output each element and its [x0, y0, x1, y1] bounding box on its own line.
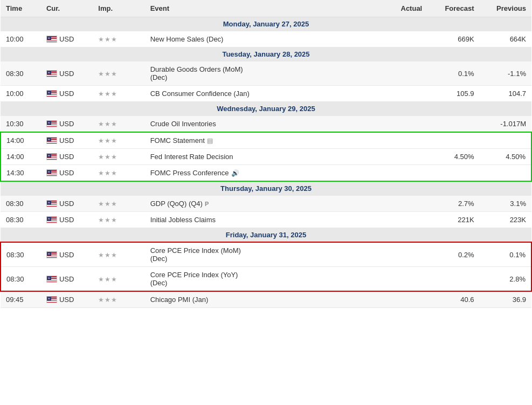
event-time: 08:30	[1, 196, 41, 212]
event-forecast: 40.6	[427, 291, 479, 308]
event-forecast: 105.9	[427, 86, 479, 102]
currency-label: USD	[59, 169, 74, 177]
event-actual	[387, 86, 427, 102]
currency-label: USD	[59, 70, 74, 78]
table-row: 09:45USD★★★Chicago PMI (Jan)40.636.9	[1, 291, 531, 308]
event-name: FOMC Press Conference🔊	[145, 165, 388, 182]
currency-label: USD	[59, 136, 74, 145]
event-name: Core PCE Price Index (YoY)(Dec)	[145, 267, 388, 292]
event-previous: 664K	[480, 31, 531, 47]
event-name: New Home Sales (Dec)	[145, 31, 388, 47]
importance-stars: ★★★	[98, 90, 118, 98]
event-name: CB Consumer Confidence (Jan)	[145, 86, 388, 102]
event-actual	[387, 116, 427, 133]
currency-label: USD	[59, 251, 74, 259]
us-flag-icon	[46, 296, 57, 303]
table-row: 08:30USD★★★GDP (QoQ) (Q4)P2.7%3.1%	[1, 196, 531, 212]
currency-label: USD	[59, 35, 74, 43]
us-flag-icon	[46, 276, 57, 283]
event-actual	[387, 196, 427, 212]
event-previous	[480, 165, 531, 182]
speaker-icon: 🔊	[231, 169, 239, 177]
col-header-actual: Actual	[387, 0, 427, 17]
event-forecast: 221K	[427, 212, 479, 228]
event-name: GDP (QoQ) (Q4)P	[145, 196, 388, 212]
event-time: 14:00	[1, 132, 41, 149]
section-header: Thursday, January 30, 2025	[1, 181, 531, 196]
event-currency: USD	[41, 61, 93, 86]
table-row: 10:30USD★★★Crude Oil Inventories-1.017M	[1, 116, 531, 133]
event-importance: ★★★	[93, 61, 144, 86]
table-row: 08:30USD★★★Initial Jobless Claims221K223…	[1, 212, 531, 228]
event-currency: USD	[41, 291, 93, 308]
importance-stars: ★★★	[98, 200, 118, 208]
col-header-currency: Cur.	[41, 0, 93, 17]
importance-stars: ★★★	[98, 216, 118, 224]
table-row: 08:30USD★★★Core PCE Price Index (YoY)(De…	[1, 267, 531, 292]
event-forecast	[427, 165, 479, 182]
currency-label: USD	[59, 153, 74, 161]
event-importance: ★★★	[93, 86, 144, 102]
event-name: Core PCE Price Index (MoM)(Dec)	[145, 242, 388, 267]
event-time: 14:00	[1, 149, 41, 165]
us-flag-icon	[46, 153, 57, 160]
event-importance: ★★★	[93, 116, 144, 133]
event-importance: ★★★	[93, 31, 144, 47]
event-importance: ★★★	[93, 267, 144, 292]
table-row: 14:30USD★★★FOMC Press Conference🔊	[1, 165, 531, 182]
importance-stars: ★★★	[98, 36, 118, 43]
col-header-forecast: Forecast	[427, 0, 479, 17]
event-forecast: 2.7%	[427, 196, 479, 212]
event-currency: USD	[41, 31, 93, 47]
us-flag-icon	[46, 251, 57, 258]
event-importance: ★★★	[93, 242, 144, 267]
us-flag-icon	[46, 36, 57, 43]
event-name: Initial Jobless Claims	[145, 212, 388, 228]
event-actual	[387, 149, 427, 165]
event-importance: ★★★	[93, 165, 144, 182]
event-currency: USD	[41, 196, 93, 212]
table-row: 08:30USD★★★Core PCE Price Index (MoM)(De…	[1, 242, 531, 267]
event-name: Durable Goods Orders (MoM)(Dec)	[145, 61, 388, 86]
table-row: 08:30USD★★★Durable Goods Orders (MoM)(De…	[1, 61, 531, 86]
event-actual	[387, 61, 427, 86]
event-forecast: 4.50%	[427, 149, 479, 165]
event-currency: USD	[41, 212, 93, 228]
table-row: 10:00USD★★★CB Consumer Confidence (Jan)1…	[1, 86, 531, 102]
us-flag-icon	[46, 90, 57, 97]
event-importance: ★★★	[93, 212, 144, 228]
event-actual	[387, 291, 427, 308]
table-row: 14:00USD★★★Fed Interest Rate Decision4.5…	[1, 149, 531, 165]
event-currency: USD	[41, 86, 93, 102]
us-flag-icon	[46, 70, 57, 77]
event-previous	[480, 132, 531, 149]
event-actual	[387, 212, 427, 228]
event-forecast: 0.1%	[427, 61, 479, 86]
us-flag-icon	[46, 216, 57, 223]
currency-label: USD	[59, 120, 74, 128]
col-header-previous: Previous	[480, 0, 531, 17]
document-icon: ▤	[207, 137, 213, 145]
currency-label: USD	[59, 200, 74, 208]
event-importance: ★★★	[93, 291, 144, 308]
event-currency: USD	[41, 149, 93, 165]
event-previous: 4.50%	[480, 149, 531, 165]
event-currency: USD	[41, 165, 93, 182]
event-name: Chicago PMI (Jan)	[145, 291, 388, 308]
event-importance: ★★★	[93, 132, 144, 149]
event-forecast	[427, 116, 479, 133]
importance-stars: ★★★	[98, 120, 118, 128]
section-header: Monday, January 27, 2025	[1, 17, 531, 31]
currency-label: USD	[59, 90, 74, 98]
importance-stars: ★★★	[98, 251, 118, 259]
event-actual	[387, 165, 427, 182]
section-header: Tuesday, January 28, 2025	[1, 47, 531, 61]
event-previous: 2.8%	[480, 267, 531, 292]
event-actual	[387, 242, 427, 267]
event-currency: USD	[41, 132, 93, 149]
us-flag-icon	[46, 120, 57, 127]
event-name: Fed Interest Rate Decision	[145, 149, 388, 165]
col-header-importance: Imp.	[93, 0, 144, 17]
event-importance: ★★★	[93, 149, 144, 165]
event-time: 10:30	[1, 116, 41, 133]
